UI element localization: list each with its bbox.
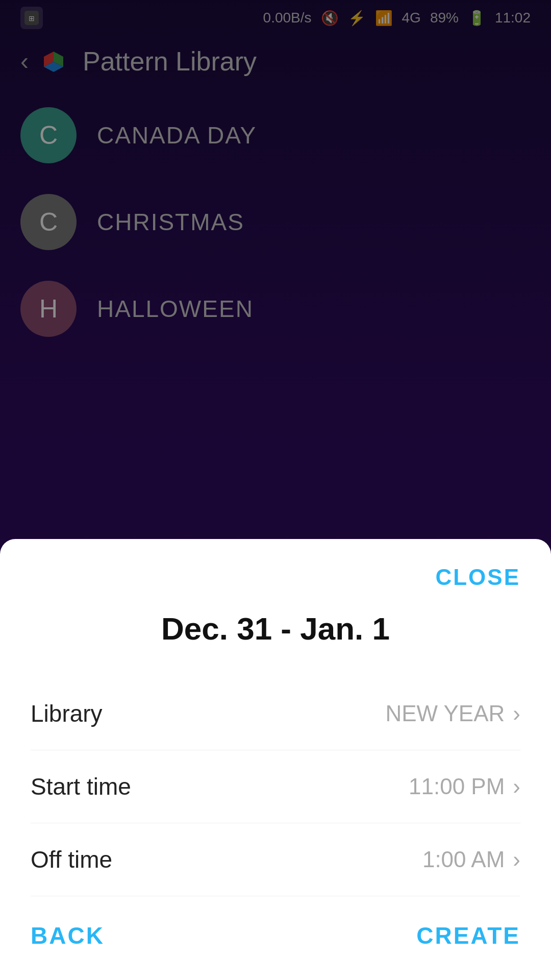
off-time-value-row: 1:00 AM › [422, 847, 520, 872]
modal-title: Dec. 31 - Jan. 1 [31, 610, 520, 647]
chevron-right-icon: › [513, 702, 520, 725]
start-time-value-row: 11:00 PM › [409, 774, 520, 799]
start-time-label: Start time [31, 773, 131, 800]
close-button[interactable]: CLOSE [435, 565, 520, 590]
modal-footer: BACK CREATE [31, 922, 520, 949]
library-value: NEW YEAR [385, 701, 505, 726]
library-label: Library [31, 700, 103, 727]
create-button[interactable]: CREATE [416, 922, 520, 949]
off-time-row[interactable]: Off time 1:00 AM › [31, 823, 520, 896]
off-time-label: Off time [31, 846, 112, 873]
start-time-value: 11:00 PM [409, 774, 505, 799]
back-button[interactable]: BACK [31, 922, 105, 949]
modal-overlay: CLOSE Dec. 31 - Jan. 1 Library NEW YEAR … [0, 0, 551, 980]
modal-close-row: CLOSE [31, 565, 520, 590]
library-row[interactable]: Library NEW YEAR › [31, 677, 520, 750]
library-value-row: NEW YEAR › [385, 701, 520, 726]
off-time-value: 1:00 AM [422, 847, 505, 872]
chevron-right-icon: › [513, 775, 520, 798]
chevron-right-icon: › [513, 848, 520, 871]
schedule-modal: CLOSE Dec. 31 - Jan. 1 Library NEW YEAR … [0, 539, 551, 980]
start-time-row[interactable]: Start time 11:00 PM › [31, 750, 520, 823]
